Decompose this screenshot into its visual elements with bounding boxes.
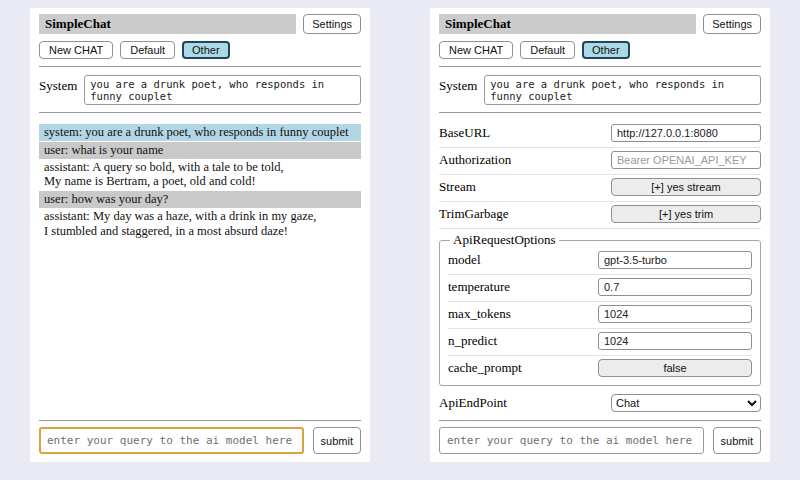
divider [439, 420, 761, 421]
query-row: submit [39, 427, 361, 454]
chat-message: user: what is your name [39, 142, 361, 159]
divider [39, 112, 361, 113]
temperature-label: temperature [448, 279, 598, 295]
system-label: System [39, 75, 77, 94]
setting-row-authorization: Authorization [439, 148, 761, 175]
api-endpoint-select[interactable]: Chat [611, 394, 761, 412]
settings-button[interactable]: Settings [303, 14, 361, 34]
divider [39, 66, 361, 67]
divider [439, 112, 761, 113]
divider [39, 420, 361, 421]
query-row: submit [439, 427, 761, 454]
settings-main: BaseURL Authorization Stream [+] yes str… [439, 119, 761, 413]
chat-message: assistant: A query so bold, with a tale … [39, 159, 361, 191]
chat-panel: SimpleChat Settings New CHAT Default Oth… [30, 8, 370, 462]
query-input[interactable] [439, 427, 704, 454]
header: SimpleChat Settings [39, 14, 361, 34]
setting-row-trimgarbage: TrimGarbage [+] yes trim [439, 202, 761, 229]
authorization-label: Authorization [439, 152, 611, 168]
api-request-options-fieldset: ApiRequestOptions model temperature max_… [439, 232, 761, 386]
authorization-input[interactable] [611, 151, 761, 169]
query-area: submit [439, 413, 761, 454]
setting-row-model: model [448, 248, 752, 275]
query-input[interactable] [39, 427, 304, 454]
stream-label: Stream [439, 179, 611, 195]
tab-other[interactable]: Other [182, 41, 230, 59]
api-request-options-legend: ApiRequestOptions [450, 232, 559, 248]
chat-message: assistant: My day was a haze, with a dri… [39, 208, 361, 240]
system-label: System [439, 75, 477, 94]
model-label: model [448, 252, 598, 268]
trimgarbage-toggle-button[interactable]: [+] yes trim [611, 205, 761, 223]
submit-button[interactable]: submit [313, 427, 361, 454]
temperature-input[interactable] [598, 278, 752, 296]
model-input[interactable] [598, 251, 752, 269]
cache-prompt-toggle-button[interactable]: false [598, 359, 752, 377]
n-predict-label: n_predict [448, 333, 598, 349]
baseurl-label: BaseURL [439, 125, 611, 141]
setting-row-n-predict: n_predict [448, 329, 752, 356]
setting-row-cache-prompt: cache_prompt false [448, 356, 752, 382]
setting-row-max-tokens: max_tokens [448, 302, 752, 329]
system-prompt-row: System you are a drunk poet, who respond… [39, 73, 361, 105]
settings-button[interactable]: Settings [703, 14, 761, 34]
setting-row-api-endpoint: ApiEndPoint Chat [439, 391, 761, 413]
setting-row-stream: Stream [+] yes stream [439, 175, 761, 202]
max-tokens-input[interactable] [598, 305, 752, 323]
chat-main: system: you are a drunk poet, who respon… [39, 119, 361, 413]
api-endpoint-label: ApiEndPoint [439, 395, 611, 411]
tab-other[interactable]: Other [582, 41, 630, 59]
tab-new-chat[interactable]: New CHAT [39, 41, 113, 59]
system-prompt-input[interactable]: you are a drunk poet, who responds in fu… [484, 75, 761, 105]
session-tabs: New CHAT Default Other [439, 41, 761, 59]
n-predict-input[interactable] [598, 332, 752, 350]
tab-default[interactable]: Default [520, 41, 575, 59]
tab-default[interactable]: Default [120, 41, 175, 59]
session-tabs: New CHAT Default Other [39, 41, 361, 59]
app-title: SimpleChat [39, 14, 296, 34]
setting-row-temperature: temperature [448, 275, 752, 302]
chat-message: user: how was your day? [39, 191, 361, 208]
cache-prompt-label: cache_prompt [448, 360, 598, 376]
app-title: SimpleChat [439, 14, 696, 34]
divider [439, 66, 761, 67]
system-prompt-row: System you are a drunk poet, who respond… [439, 73, 761, 105]
setting-row-baseurl: BaseURL [439, 121, 761, 148]
settings-list: BaseURL Authorization Stream [+] yes str… [439, 121, 761, 413]
chat-message: system: you are a drunk poet, who respon… [39, 124, 361, 141]
submit-button[interactable]: submit [713, 427, 761, 454]
tab-new-chat[interactable]: New CHAT [439, 41, 513, 59]
trimgarbage-label: TrimGarbage [439, 206, 611, 222]
max-tokens-label: max_tokens [448, 306, 598, 322]
header: SimpleChat Settings [439, 14, 761, 34]
chat-messages: system: you are a drunk poet, who respon… [39, 124, 361, 239]
stream-toggle-button[interactable]: [+] yes stream [611, 178, 761, 196]
baseurl-input[interactable] [611, 124, 761, 142]
query-area: submit [39, 413, 361, 454]
settings-panel: SimpleChat Settings New CHAT Default Oth… [430, 8, 770, 462]
system-prompt-input[interactable]: you are a drunk poet, who responds in fu… [84, 75, 361, 105]
